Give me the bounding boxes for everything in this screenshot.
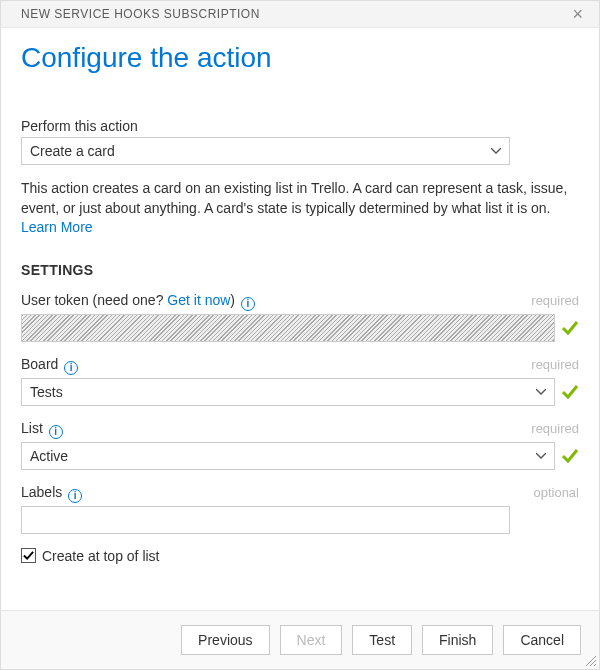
action-select-value: Create a card xyxy=(30,143,115,159)
check-icon xyxy=(561,383,579,401)
board-select-wrap: Tests xyxy=(21,378,579,406)
check-icon xyxy=(561,319,579,337)
list-select-value: Active xyxy=(30,448,68,464)
action-select-wrap: Create a card xyxy=(21,137,579,165)
user-token-label-row: User token (need one? Get it now) i requ… xyxy=(21,292,579,311)
labels-label: Labels i xyxy=(21,484,82,503)
resize-grip-icon[interactable] xyxy=(583,653,597,667)
list-label: List i xyxy=(21,420,63,439)
board-select[interactable]: Tests xyxy=(21,378,555,406)
dialog-footer: Previous Next Test Finish Cancel xyxy=(1,610,599,669)
chevron-down-icon xyxy=(536,389,546,395)
labels-hint: optional xyxy=(533,485,579,500)
action-label: Perform this action xyxy=(21,118,138,134)
labels-label-row: Labels i optional xyxy=(21,484,579,503)
settings-heading: SETTINGS xyxy=(21,262,579,278)
board-label: Board i xyxy=(21,356,78,375)
cancel-button[interactable]: Cancel xyxy=(503,625,581,655)
user-token-label: User token (need one? Get it now) i xyxy=(21,292,255,311)
list-label-row: List i required xyxy=(21,420,579,439)
dialog-content: Configure the action Perform this action… xyxy=(1,28,599,610)
board-select-value: Tests xyxy=(30,384,63,400)
list-select[interactable]: Active xyxy=(21,442,555,470)
info-icon[interactable]: i xyxy=(64,361,78,375)
user-token-label-suffix: ) xyxy=(230,292,235,308)
create-top-checkbox[interactable] xyxy=(21,548,36,563)
labels-label-text: Labels xyxy=(21,484,62,500)
next-button[interactable]: Next xyxy=(280,625,343,655)
create-top-label: Create at top of list xyxy=(42,548,160,564)
learn-more-link[interactable]: Learn More xyxy=(21,219,93,235)
page-title: Configure the action xyxy=(21,42,579,74)
close-icon[interactable]: × xyxy=(568,5,587,23)
labels-input[interactable] xyxy=(21,506,510,534)
dialog: NEW SERVICE HOOKS SUBSCRIPTION × Configu… xyxy=(0,0,600,670)
create-top-row: Create at top of list xyxy=(21,548,579,564)
svg-line-2 xyxy=(594,664,596,666)
labels-input-wrap xyxy=(21,506,579,534)
board-label-text: Board xyxy=(21,356,58,372)
chevron-down-icon xyxy=(491,148,501,154)
info-icon[interactable]: i xyxy=(241,297,255,311)
get-it-now-link[interactable]: Get it now xyxy=(167,292,230,308)
info-icon[interactable]: i xyxy=(68,489,82,503)
action-label-row: Perform this action xyxy=(21,118,579,134)
list-hint: required xyxy=(531,421,579,436)
finish-button[interactable]: Finish xyxy=(422,625,493,655)
test-button[interactable]: Test xyxy=(352,625,412,655)
check-icon xyxy=(561,447,579,465)
action-description: This action creates a card on an existin… xyxy=(21,179,579,238)
action-select[interactable]: Create a card xyxy=(21,137,510,165)
dialog-title: NEW SERVICE HOOKS SUBSCRIPTION xyxy=(21,7,260,21)
user-token-hint: required xyxy=(531,293,579,308)
info-icon[interactable]: i xyxy=(49,425,63,439)
action-description-text: This action creates a card on an existin… xyxy=(21,180,567,216)
board-hint: required xyxy=(531,357,579,372)
chevron-down-icon xyxy=(536,453,546,459)
board-label-row: Board i required xyxy=(21,356,579,375)
user-token-label-prefix: User token (need one? xyxy=(21,292,167,308)
previous-button[interactable]: Previous xyxy=(181,625,269,655)
user-token-input-wrap xyxy=(21,314,579,342)
user-token-input[interactable] xyxy=(21,314,555,342)
dialog-header: NEW SERVICE HOOKS SUBSCRIPTION × xyxy=(1,1,599,28)
list-label-text: List xyxy=(21,420,43,436)
list-select-wrap: Active xyxy=(21,442,579,470)
